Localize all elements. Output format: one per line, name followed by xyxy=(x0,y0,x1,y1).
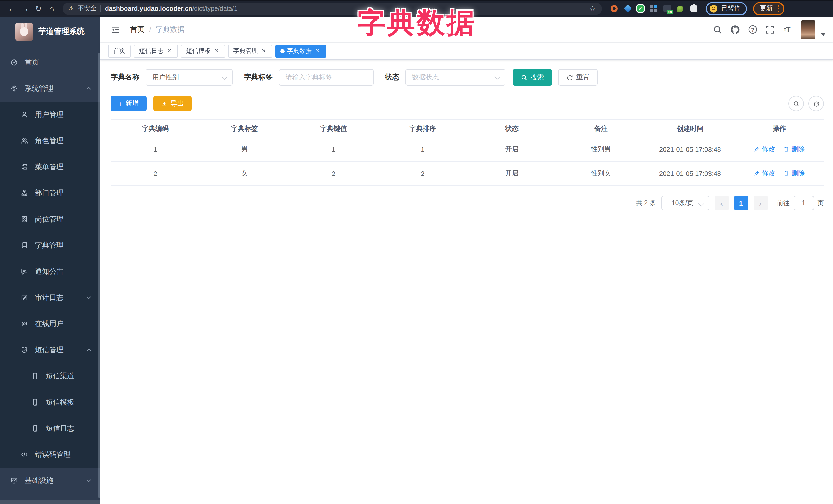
edit-link[interactable]: 修改 xyxy=(754,145,775,154)
breadcrumb-home[interactable]: 首页 xyxy=(130,25,145,34)
profile-paused-badge[interactable]: 已暂停 xyxy=(706,2,747,15)
ext-green-check-icon[interactable]: ✓ xyxy=(637,5,644,12)
sidebar-item-sms-log[interactable]: 短信日志 xyxy=(0,415,100,441)
refresh-icon xyxy=(813,100,819,107)
toggle-search-button[interactable] xyxy=(788,96,804,111)
tab-sms-template[interactable]: 短信模板× xyxy=(181,44,225,58)
security-warning-icon[interactable]: ⚠ xyxy=(69,6,74,11)
close-icon[interactable]: × xyxy=(314,48,321,54)
close-icon[interactable]: × xyxy=(260,48,267,54)
sidebar-item-sms-template[interactable]: 短信模板 xyxy=(0,389,100,415)
cell-value: 1 xyxy=(289,137,378,161)
bookmark-star-icon[interactable]: ☆ xyxy=(589,5,596,12)
tab-home[interactable]: 首页 xyxy=(108,44,131,58)
fullscreen-icon[interactable] xyxy=(764,24,776,35)
sidebar-item-label: 用户管理 xyxy=(35,110,64,119)
search-button[interactable]: 搜索 xyxy=(513,69,552,86)
browser-update-button[interactable]: 更新 xyxy=(753,2,784,15)
url-domain: dashboard.yudao.iocoder.cn xyxy=(105,5,192,12)
address-bar[interactable]: ⚠ 不安全 dashboard.yudao.iocoder.cn/dict/ty… xyxy=(63,2,602,15)
reload-icon[interactable]: ↻ xyxy=(32,2,45,15)
home-icon[interactable]: ⌂ xyxy=(45,2,58,15)
chevron-down-icon xyxy=(86,478,92,483)
search-icon[interactable] xyxy=(712,24,723,35)
chevron-down-icon[interactable] xyxy=(821,33,825,35)
github-icon[interactable] xyxy=(730,24,741,35)
next-page-button[interactable]: › xyxy=(753,196,768,210)
dict-data-table: 字典编码字典标签字典键值字典排序状态备注创建时间操作 1男11开启性别男2021… xyxy=(111,119,824,186)
sidebar-item-menu[interactable]: 菜单管理 xyxy=(0,154,100,180)
url-path: /dict/type/data/1 xyxy=(192,5,238,12)
sidebar-item-online-user[interactable]: 在线用户 xyxy=(0,311,100,337)
edit-link[interactable]: 修改 xyxy=(754,169,775,178)
sidebar-item-user[interactable]: 用户管理 xyxy=(0,101,100,128)
ext-orange-ring-icon[interactable] xyxy=(610,4,618,13)
status-label: 状态 xyxy=(385,73,399,82)
user-avatar[interactable] xyxy=(801,20,815,39)
ext-green-leaf-icon[interactable] xyxy=(676,4,684,13)
goto-page-input[interactable]: 1 xyxy=(793,196,814,210)
sidebar-item-post[interactable]: 岗位管理 xyxy=(0,206,100,232)
smiley-avatar-icon xyxy=(709,4,718,13)
sidebar-item-audit-log[interactable]: 审计日志 xyxy=(0,285,100,311)
badge-icon xyxy=(20,215,28,223)
column-header: 备注 xyxy=(556,120,646,137)
sidebar-menu: 首页系统管理用户管理角色管理菜单管理部门管理岗位管理字典管理通知公告审计日志在线… xyxy=(0,46,100,504)
sidebar-item-label: 首页 xyxy=(25,58,39,67)
font-size-icon[interactable]: tT xyxy=(782,24,793,35)
close-icon[interactable]: × xyxy=(166,48,173,54)
extensions-puzzle-icon[interactable] xyxy=(689,4,698,13)
sidebar-item-dept[interactable]: 部门管理 xyxy=(0,180,100,206)
cell-created: 2021-01-05 17:03:48 xyxy=(646,137,735,161)
trash-icon xyxy=(783,170,789,176)
ext-blue-gem-icon[interactable] xyxy=(623,4,632,13)
sidebar-item-sms-channel[interactable]: 短信渠道 xyxy=(0,363,100,389)
status-select[interactable]: 数据状态 xyxy=(405,69,505,86)
help-icon[interactable]: ? xyxy=(747,24,758,35)
cell-actions: 修改删除 xyxy=(735,161,824,185)
sidebar-item-dict[interactable]: 字典管理 xyxy=(0,232,100,258)
app-title: 芋道管理系统 xyxy=(39,27,85,37)
app-logo-row[interactable]: 芋道管理系统 xyxy=(0,17,100,46)
tab-dict-data[interactable]: 字典数据× xyxy=(275,44,326,58)
org-icon xyxy=(20,189,28,197)
sidebar-item-notice[interactable]: 通知公告 xyxy=(0,258,100,285)
back-icon[interactable]: ← xyxy=(5,2,19,15)
ext-color-grid-icon[interactable] xyxy=(649,4,658,13)
sidebar-item-home[interactable]: 首页 xyxy=(0,49,100,75)
page-size-select[interactable]: 10条/页 xyxy=(661,196,709,210)
sidebar-item-sms[interactable]: 短信管理 xyxy=(0,337,100,363)
tab-dict[interactable]: 字典管理× xyxy=(228,44,272,58)
cell-status: 开启 xyxy=(467,161,556,185)
add-button[interactable]: + 新增 xyxy=(111,96,146,111)
dict-tag-input[interactable]: 请输入字典标签 xyxy=(279,69,374,86)
browser-menu-icon[interactable] xyxy=(777,5,779,12)
delete-link[interactable]: 删除 xyxy=(783,145,805,154)
forward-icon[interactable]: → xyxy=(19,2,32,15)
dict-name-label: 字典名称 xyxy=(111,73,139,82)
dict-name-select[interactable]: 用户性别 xyxy=(146,69,233,86)
sidebar-item-label: 短信日志 xyxy=(46,424,74,433)
delete-link[interactable]: 删除 xyxy=(783,169,805,178)
export-button[interactable]: 导出 xyxy=(153,96,191,111)
sidebar-item-label: 审计日志 xyxy=(35,293,64,302)
ext-on-badge-icon[interactable]: on xyxy=(663,4,671,13)
page-number-button[interactable]: 1 xyxy=(734,196,748,210)
refresh-table-button[interactable] xyxy=(808,96,824,111)
sidebar-item-label: 角色管理 xyxy=(35,136,64,145)
breadcrumb-current: 字典数据 xyxy=(156,25,185,34)
sidebar-collapse-icon[interactable] xyxy=(108,22,122,37)
close-icon[interactable]: × xyxy=(213,48,220,54)
pencil-icon xyxy=(754,146,760,152)
sidebar-item-role[interactable]: 角色管理 xyxy=(0,128,100,154)
svg-text:?: ? xyxy=(751,27,754,32)
code-icon xyxy=(20,451,28,458)
announcement-icon xyxy=(20,268,28,275)
cell-value: 2 xyxy=(289,161,378,185)
sidebar-item-error-code[interactable]: 错误码管理 xyxy=(0,441,100,467)
prev-page-button[interactable]: ‹ xyxy=(714,196,729,210)
sidebar-item-system[interactable]: 系统管理 xyxy=(0,75,100,101)
sidebar-item-infra[interactable]: 基础设施 xyxy=(0,467,100,494)
tab-sms-log[interactable]: 短信日志× xyxy=(134,44,178,58)
reset-button[interactable]: 重置 xyxy=(558,69,598,86)
